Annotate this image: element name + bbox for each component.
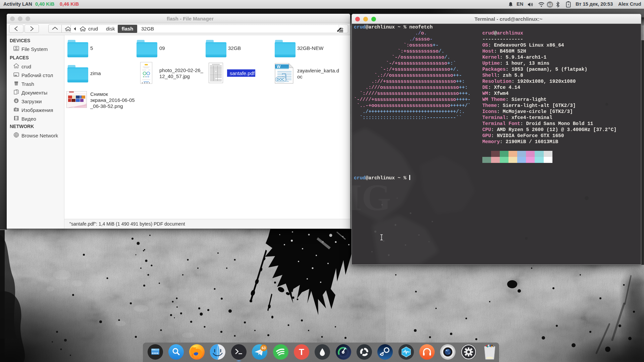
svg-text:W: W: [277, 64, 281, 69]
svg-text:IG: IG: [352, 177, 391, 218]
svg-text:DOC: DOC: [277, 77, 285, 81]
svg-text:T: T: [299, 347, 304, 357]
svg-text:63: 63: [262, 346, 266, 350]
svg-text:63: 63: [548, 3, 552, 7]
